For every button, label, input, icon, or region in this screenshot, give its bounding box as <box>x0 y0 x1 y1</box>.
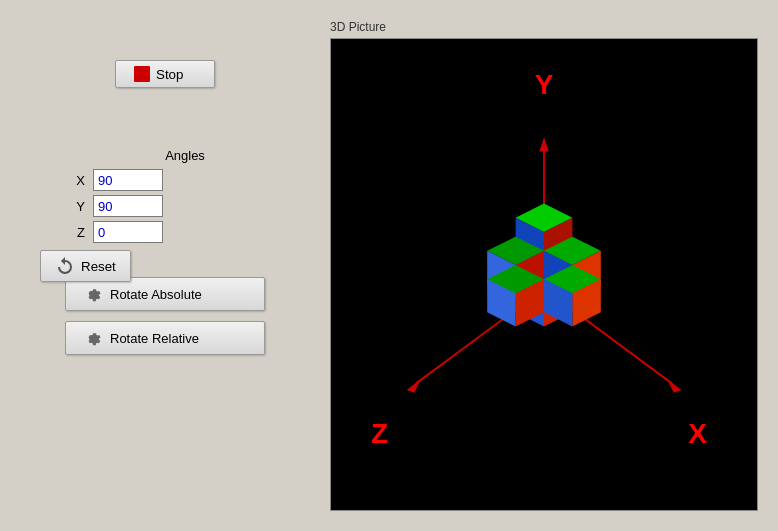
stop-icon <box>134 66 150 82</box>
reset-button[interactable]: Reset <box>40 250 131 282</box>
svg-marker-1 <box>539 137 548 151</box>
angle-x-label: X <box>65 173 85 188</box>
rotate-absolute-label: Rotate Absolute <box>110 287 202 302</box>
angle-z-label: Z <box>65 225 85 240</box>
reset-label: Reset <box>81 259 116 274</box>
rotate-relative-button[interactable]: Rotate Relative <box>65 321 265 355</box>
angle-y-row: Y <box>65 195 163 217</box>
stop-button[interactable]: Stop <box>115 60 215 88</box>
rotate-relative-label: Rotate Relative <box>110 331 199 346</box>
svg-marker-3 <box>667 379 681 393</box>
svg-marker-5 <box>407 379 421 393</box>
angle-x-row: X <box>65 169 163 191</box>
angle-x-input[interactable] <box>93 169 163 191</box>
action-buttons: Rotate Absolute Rotate Relative <box>65 277 265 355</box>
angle-y-input[interactable] <box>93 195 163 217</box>
stop-label: Stop <box>156 67 183 82</box>
gear-icon-absolute <box>82 284 102 304</box>
canvas-3d: Y X Z <box>330 38 758 511</box>
rotate-absolute-button[interactable]: Rotate Absolute <box>65 277 265 311</box>
panel-title: 3D Picture <box>330 20 758 34</box>
angle-z-input[interactable] <box>93 221 163 243</box>
gear-icon-relative <box>82 328 102 348</box>
angle-y-label: Y <box>65 199 85 214</box>
angle-z-row: Z <box>65 221 163 243</box>
reset-icon <box>55 256 75 276</box>
angles-section: Angles X Y Z <box>65 148 265 247</box>
angles-title: Angles <box>65 148 265 163</box>
scene-svg <box>331 39 757 510</box>
